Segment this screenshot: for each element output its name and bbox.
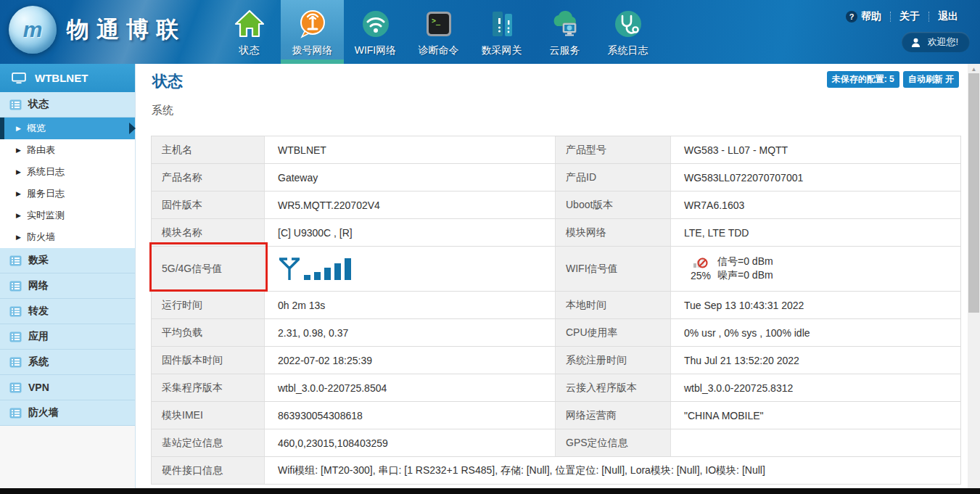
- sidebar-item-forwarding[interactable]: 转发: [0, 299, 135, 324]
- row-label: GPS定位信息: [555, 429, 671, 456]
- row-label: 模块网络: [555, 219, 671, 246]
- autorefresh-badge[interactable]: 自动刷新 开: [903, 71, 959, 88]
- table-row-signal: 5G/4G信号值 WIFI信号值: [152, 247, 960, 292]
- row-label: 采集程序版本: [152, 374, 265, 401]
- list-icon: [9, 255, 22, 266]
- submenu-arrow-icon: ▶: [16, 168, 21, 176]
- welcome-label: 欢迎您!: [927, 36, 958, 49]
- vertical-scrollbar[interactable]: ▲: [968, 64, 980, 488]
- nav-label: 云服务: [550, 44, 580, 57]
- welcome-button[interactable]: 欢迎您!: [902, 32, 970, 52]
- sidebar-item-application[interactable]: 应用: [0, 324, 135, 350]
- row-value: 2.31, 0.98, 0.37: [265, 319, 555, 346]
- unsaved-config-badge[interactable]: 未保存的配置: 5: [827, 71, 899, 88]
- about-link[interactable]: 关于: [891, 10, 928, 23]
- section-title: 系统: [152, 104, 173, 118]
- nav-label: 数采网关: [482, 44, 522, 57]
- submenu-label: 路由表: [27, 144, 55, 157]
- row-label: 平均负载: [152, 319, 265, 346]
- status-badges: 未保存的配置: 5 自动刷新 开: [827, 71, 959, 88]
- sidebar-item-system[interactable]: 系统: [0, 350, 135, 375]
- sidebar-item-label: 数采: [28, 254, 49, 267]
- sidebar-sub-route-table[interactable]: ▶ 路由表: [0, 139, 135, 161]
- table-row: 平均负载 2.31, 0.98, 0.37 CPU使用率 0% usr , 0%…: [152, 319, 960, 347]
- sidebar-item-network[interactable]: 网络: [0, 273, 135, 299]
- sidebar-sub-overview[interactable]: ▶ 概览: [0, 118, 135, 139]
- list-icon: [9, 332, 22, 342]
- sidebar-item-label: 状态: [28, 98, 49, 111]
- list-icon: [9, 306, 22, 317]
- row-value: LTE, LTE TDD: [671, 219, 960, 246]
- brand-name: 物通博联: [67, 15, 186, 45]
- cloud-service-icon: [548, 7, 582, 41]
- sidebar-item-status[interactable]: 状态: [0, 92, 135, 118]
- logout-link[interactable]: 退出: [929, 10, 967, 23]
- nav-label: WIFI网络: [355, 44, 397, 57]
- gateway-icon: [485, 7, 519, 41]
- sidebar-sub-realtime-monitor[interactable]: ▶ 实时监测: [0, 205, 135, 226]
- nav-status[interactable]: 状态: [218, 0, 281, 64]
- sidebar-sub-service-log[interactable]: ▶ 服务日志: [0, 183, 135, 205]
- sidebar-item-vpn[interactable]: VPN: [0, 375, 135, 400]
- table-row: 固件版本时间 2022-07-02 18:25:39 系统注册时间 Thu Ju…: [152, 347, 960, 374]
- wifi-disabled-icon: [693, 255, 709, 268]
- monitor-icon: [12, 73, 26, 84]
- nav-wifi-network[interactable]: WIFI网络: [344, 0, 407, 64]
- list-icon: [9, 99, 22, 110]
- row-label: 运行时间: [152, 292, 265, 318]
- cellular-signal-cell: [265, 247, 555, 291]
- sidebar-item-label: 系统: [28, 355, 49, 369]
- row-value: [C] U9300C , [R]: [265, 219, 555, 246]
- sidebar-item-label: 转发: [28, 305, 49, 318]
- row-value: 0h 2m 13s: [265, 292, 555, 318]
- help-label: 帮助: [861, 10, 881, 23]
- nav-label: 诊断命令: [419, 44, 459, 57]
- stethoscope-icon: [612, 7, 645, 41]
- row-value: 460,0,23015,108403259: [265, 429, 555, 456]
- nav-system-log[interactable]: 系统日志: [596, 0, 659, 64]
- page-title: 状态: [152, 71, 183, 91]
- row-value: 2022-07-02 18:25:39: [265, 347, 555, 374]
- row-label: 主机名: [152, 136, 265, 163]
- wifi-percent: 25%: [684, 270, 717, 281]
- row-label: 模块IMEI: [152, 402, 265, 429]
- nav-diagnostics[interactable]: >_ 诊断命令: [407, 0, 470, 64]
- sidebar-item-label: 应用: [28, 330, 49, 343]
- row-label-5g4g-signal: 5G/4G信号值: [152, 247, 265, 291]
- row-label: 网络运营商: [555, 402, 671, 429]
- sidebar: WTBLNET 状态 ▶ 概览 ▶ 路由表 ▶ 系统日志 ▶ 服务日志 ▶ 实时…: [0, 64, 136, 488]
- wifi-icon: [359, 7, 392, 41]
- row-label: 产品ID: [555, 164, 671, 191]
- nav-cloud-service[interactable]: 云服务: [533, 0, 596, 64]
- row-label: 硬件接口信息: [152, 457, 265, 484]
- submenu-arrow-icon: ▶: [16, 234, 21, 241]
- scroll-up-arrow-icon[interactable]: ▲: [968, 64, 980, 74]
- logout-label: 退出: [938, 10, 958, 23]
- row-value: "CHINA MOBILE": [671, 402, 960, 429]
- nav-data-gateway[interactable]: 数采网关: [470, 0, 533, 64]
- row-value: WTBLNET: [265, 136, 555, 163]
- sidebar-sub-firewall[interactable]: ▶ 防火墙: [0, 226, 135, 248]
- globe-logo-icon: m: [9, 6, 57, 54]
- device-name-header: WTBLNET: [0, 64, 135, 92]
- top-links: ? 帮助 关于 退出: [837, 10, 967, 23]
- row-value: [671, 429, 960, 456]
- system-info-table: 主机名 WTBLNET 产品型号 WG583 - LL07 - MQTT 产品名…: [151, 136, 961, 485]
- submenu-arrow-icon: ▶: [16, 147, 21, 154]
- list-icon: [9, 281, 22, 292]
- list-icon: [9, 408, 22, 419]
- help-link[interactable]: ? 帮助: [837, 10, 890, 23]
- row-label: 模块名称: [152, 219, 265, 246]
- home-icon: [233, 7, 266, 41]
- wifi-signal-value: 信号=0 dBm: [717, 255, 773, 268]
- globe-letter: m: [23, 17, 43, 42]
- sidebar-item-data-collection[interactable]: 数采: [0, 248, 135, 273]
- nav-label: 状态: [239, 44, 260, 57]
- row-label: 云接入程序版本: [555, 374, 671, 401]
- row-value: 0% usr , 0% sys , 100% idle: [671, 319, 960, 346]
- sidebar-item-firewall[interactable]: 防火墙: [0, 400, 135, 426]
- scrollbar-thumb[interactable]: [968, 73, 979, 313]
- sidebar-sub-system-log[interactable]: ▶ 系统日志: [0, 161, 135, 183]
- about-label: 关于: [899, 10, 920, 23]
- nav-dial-network[interactable]: 拨号网络: [281, 0, 344, 64]
